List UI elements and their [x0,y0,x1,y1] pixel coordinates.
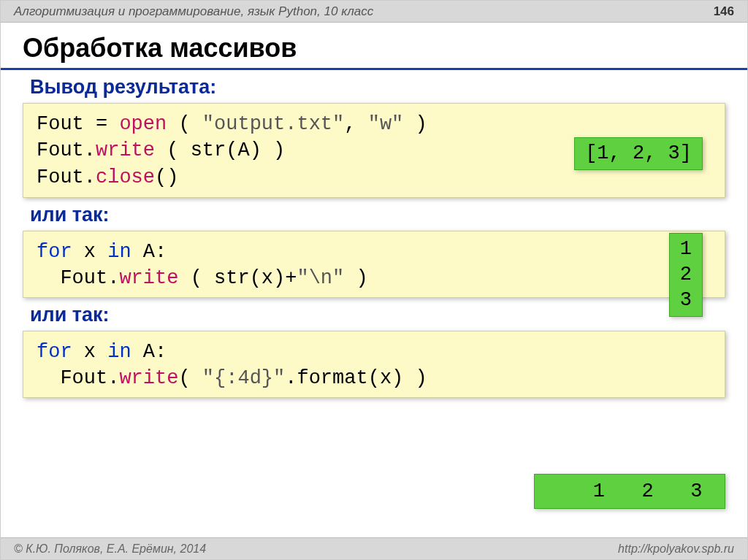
page-title: Обработка массивов [1,23,747,70]
output-box-2: 1 2 3 [669,233,703,317]
output-box-3: 1 2 3 [534,474,725,509]
page-number: 146 [714,4,734,19]
code-block-2: for x in A: Fout.write ( str(x)+"\n" ) 1… [23,231,725,298]
code-block-1: Fout = open ( "output.txt", "w" ) Fout.w… [23,103,725,198]
slide: Алгоритмизация и программирование, язык … [0,0,748,560]
slide-footer: © К.Ю. Поляков, Е.А. Ерёмин, 2014 http:/… [1,537,747,559]
footer-url: http://kpolyakov.spb.ru [618,542,734,556]
copyright-text: © К.Ю. Поляков, Е.А. Ерёмин, 2014 [14,542,206,556]
section-heading-1: Вывод результата: [30,76,725,99]
output-box-1: [1, 2, 3] [574,137,703,170]
code-block-3: for x in A: Fout.write( "{:4d}".format(x… [23,331,725,398]
section-heading-2: или так: [30,204,725,226]
course-title: Алгоритмизация и программирование, язык … [14,4,373,19]
content-area: Вывод результата: Fout = open ( "output.… [1,76,747,398]
section-heading-3: или так: [30,304,725,326]
slide-header: Алгоритмизация и программирование, язык … [1,1,747,23]
